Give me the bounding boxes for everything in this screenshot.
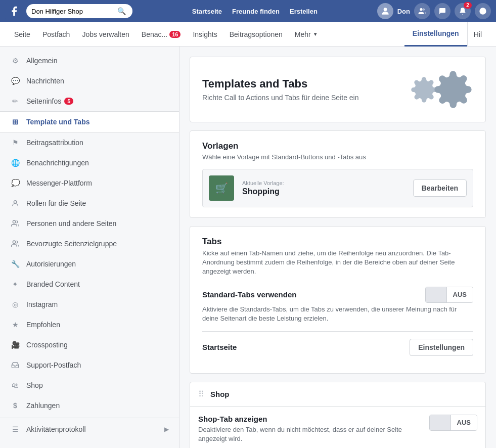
- nav-einstellungen[interactable]: Einstellungen: [404, 22, 467, 47]
- sidebar-item-empfohlen[interactable]: ★ Empfohlen: [0, 315, 179, 335]
- list-icon: ☰: [10, 424, 20, 434]
- tabs-title: Tabs: [202, 237, 473, 247]
- user-name: Don: [397, 8, 410, 15]
- sidebar-item-messenger[interactable]: 💭 Messenger-Plattform: [0, 173, 179, 193]
- sidebar-item-benachrichtigungen[interactable]: 🌐 Benachrichtigungen: [0, 153, 179, 173]
- branded-icon: ✦: [10, 279, 20, 289]
- search-icon: 🔍: [117, 7, 126, 15]
- globe-icon: 🌐: [10, 158, 20, 168]
- messages-icon-btn[interactable]: [434, 3, 450, 19]
- notifications-icon-btn[interactable]: 2: [455, 3, 471, 19]
- page-nav: Seite Postfach Jobs verwalten Benac... 1…: [0, 22, 496, 47]
- nav-freunde[interactable]: Freunde finden: [232, 8, 280, 15]
- avatar: [377, 3, 393, 19]
- top-nav: 🔍 Startseite Freunde finden Erstellen Do…: [0, 0, 496, 22]
- toggle-state-label: AUS: [447, 287, 473, 302]
- shop-toggle-info: Shop-Tab anzeigen Deaktiviere den Tab, w…: [198, 415, 411, 443]
- sidebar-item-crossposting[interactable]: 🎥 Crossposting: [0, 335, 179, 355]
- wrench-icon: 🔧: [10, 259, 20, 269]
- vorlagen-section: Vorlagen Wähle eine Vorlage mit Standard…: [190, 130, 486, 218]
- main-layout: ⚙ Allgemein 💬 Nachrichten ✏ Seiteninfos …: [0, 47, 496, 448]
- standard-tabs-toggle[interactable]: AUS: [425, 287, 473, 303]
- nav-insights[interactable]: Insights: [187, 22, 223, 47]
- sidebar-item-branded-content[interactable]: ✦ Branded Content: [0, 274, 179, 294]
- sidebar-item-nachrichten[interactable]: 💬 Nachrichten: [0, 71, 179, 91]
- shop-toggle-row: Shop-Tab anzeigen Deaktiviere den Tab, w…: [198, 415, 477, 443]
- sidebar-item-seiteninfos[interactable]: ✏ Seiteninfos 5: [0, 91, 179, 111]
- bearbeiten-button[interactable]: Bearbeiten: [413, 180, 467, 197]
- toggle-track: [426, 287, 447, 302]
- template-name: Shopping: [242, 187, 413, 196]
- page-description: Richte Call to Actions und Tabs für dein…: [202, 94, 358, 102]
- video-icon: 🎥: [10, 340, 20, 350]
- nav-benachrichtigungen[interactable]: Benac... 16: [136, 22, 187, 47]
- sidebar-item-instagram[interactable]: ◎ Instagram: [0, 294, 179, 315]
- sidebar: ⚙ Allgemein 💬 Nachrichten ✏ Seiteninfos …: [0, 47, 179, 448]
- page-title: Templates and Tabs: [202, 77, 358, 91]
- pencil-icon: ✏: [10, 96, 20, 106]
- startseite-label: Startseite: [202, 343, 237, 351]
- shop-tab-header: ⠿ Shop: [190, 382, 485, 407]
- tabs-description: Kicke auf einen Tab-Namen und ziehe, um …: [202, 249, 473, 277]
- shop-toggle-track: [430, 415, 451, 430]
- svg-point-5: [13, 241, 15, 243]
- nav-center: Startseite Freunde finden Erstellen: [132, 8, 377, 15]
- sidebar-item-beitragsattribution[interactable]: ⚑ Beitragsattribution: [0, 132, 179, 153]
- nav-seite[interactable]: Seite: [8, 22, 36, 47]
- nav-right: Don 2: [377, 3, 491, 19]
- notification-badge: 2: [464, 2, 472, 9]
- gear-icon: ⚙: [10, 56, 20, 66]
- tabs-section: Tabs Kicke auf einen Tab-Namen und ziehe…: [190, 226, 486, 374]
- nav-hil[interactable]: Hil: [467, 22, 488, 47]
- sidebar-item-shop[interactable]: 🛍 Shop: [0, 375, 179, 395]
- standard-tabs-label: Standard-Tabs verwenden: [202, 290, 296, 299]
- sidebar-item-zahlungen[interactable]: $ Zahlungen: [0, 395, 179, 416]
- svg-point-1: [420, 8, 422, 11]
- svg-point-4: [13, 220, 15, 223]
- seiteninfos-badge: 5: [64, 98, 73, 105]
- sidebar-item-rollen[interactable]: Rollen für die Seite: [0, 193, 179, 213]
- bubble-icon: 💭: [10, 178, 20, 188]
- content-area: Templates and Tabs Richte Call to Action…: [179, 47, 496, 448]
- vorlagen-desc: Wähle eine Vorlage mit Standard-Buttons …: [202, 153, 473, 161]
- shop-toggle-state-label: AUS: [451, 415, 477, 430]
- sidebar-item-template-und-tabs[interactable]: ⊞ Template und Tabs: [0, 111, 179, 132]
- flag-icon: ⚑: [10, 138, 20, 148]
- person-icon: [10, 198, 20, 208]
- sidebar-item-bevorzugte[interactable]: Bevorzugte Seitenzielgruppe: [0, 234, 179, 254]
- large-gear-icon: [433, 69, 473, 110]
- nav-mehr[interactable]: Mehr ▼: [289, 22, 324, 47]
- facebook-logo: [5, 2, 23, 20]
- help-icon-btn[interactable]: [475, 3, 491, 19]
- startseite-einstellungen-button[interactable]: Einstellungen: [410, 339, 473, 356]
- star-icon: ★: [10, 320, 20, 330]
- template-current-label: Aktuelle Vorlage:: [242, 180, 413, 186]
- nav-startseite[interactable]: Startseite: [192, 8, 222, 15]
- shop-tab-title: Shop: [210, 390, 230, 398]
- sidebar-item-allgemein[interactable]: ⚙ Allgemein: [0, 51, 179, 71]
- header-text: Templates and Tabs Richte Call to Action…: [202, 77, 358, 102]
- nav-jobs[interactable]: Jobs verwalten: [76, 22, 135, 47]
- nav-erstellen[interactable]: Erstellen: [290, 8, 318, 15]
- arrow-right-icon: ▶: [164, 426, 169, 433]
- sidebar-item-autorisierungen[interactable]: 🔧 Autorisierungen: [0, 254, 179, 274]
- standard-tabs-desc: Aktiviere die Standards-Tabs, um die Tab…: [202, 305, 473, 323]
- search-input[interactable]: [31, 8, 117, 15]
- inbox-icon: [10, 360, 20, 370]
- shop-tab-toggle[interactable]: AUS: [429, 415, 477, 431]
- target-people-icon: [10, 239, 20, 249]
- benac-badge: 16: [169, 31, 181, 38]
- people-icon: [10, 218, 20, 229]
- drag-handle-icon[interactable]: ⠿: [198, 389, 204, 399]
- nav-beitragsoptionen[interactable]: Beitragsoptionen: [223, 22, 289, 47]
- sidebar-item-personen[interactable]: Personen und andere Seiten: [0, 213, 179, 234]
- shop-tab-card: ⠿ Shop Shop-Tab anzeigen Deaktiviere den…: [190, 382, 486, 448]
- nav-postfach[interactable]: Postfach: [36, 22, 76, 47]
- search-bar[interactable]: 🔍: [26, 4, 132, 18]
- sidebar-item-aktivitaet[interactable]: ☰ Aktivitätenprotokoll ▶: [0, 418, 179, 439]
- sidebar-item-support[interactable]: Support-Postfach: [0, 355, 179, 375]
- people-icon-btn[interactable]: [414, 3, 430, 19]
- shop-toggle-label: Shop-Tab anzeigen: [198, 415, 411, 423]
- chat-icon: 💬: [10, 76, 20, 86]
- mehr-dropdown-icon: ▼: [313, 31, 318, 37]
